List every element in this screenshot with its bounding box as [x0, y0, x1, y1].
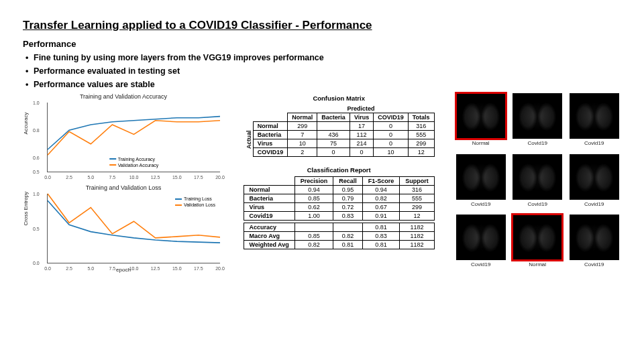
x-tick: 15.0 [172, 266, 182, 271]
legend-label: Validation Loss [184, 202, 215, 208]
chart-title: Training and Validation Accuracy [23, 93, 224, 100]
xray-image [570, 215, 619, 260]
xray-thumbnail: Covid19 [567, 93, 621, 149]
content-row: Training and Validation Accuracy Accurac… [23, 93, 621, 273]
xray-caption: Normal [529, 261, 546, 267]
xray-caption: Covid19 [528, 140, 547, 146]
x-tick: 5.0 [87, 266, 94, 271]
legend-row: Training Loss [175, 196, 215, 202]
legend-label: Training Accuracy [118, 156, 155, 162]
y-tick: 1.0 [33, 192, 40, 196]
x-tick: 7.5 [109, 175, 116, 180]
bullet-item: •Performance values are stable [25, 80, 621, 89]
xray-thumbnail: Covid19 [453, 215, 508, 271]
xray-thumbnail: Normal [453, 93, 508, 149]
x-tick: 7.5 [109, 266, 116, 271]
legend-label: Training Loss [184, 196, 212, 202]
xray-caption: Covid19 [528, 201, 547, 207]
classification-report-title: Classification Report [307, 166, 371, 174]
x-tick: 15.0 [172, 175, 182, 180]
xray-image [513, 215, 562, 260]
slide-title: Transfer Learning applied to a COVID19 C… [23, 19, 621, 32]
bullet-item: •Fine tuning by using more layers from t… [25, 53, 621, 62]
xray-caption: Covid19 [471, 201, 490, 207]
y-tick: 0.0 [33, 261, 40, 265]
section-subtitle: Performance [23, 39, 621, 49]
bullet-text: Performance evaluated in testing set [34, 66, 180, 76]
xray-image [456, 215, 506, 260]
x-tick: 0.0 [44, 266, 51, 271]
plot-area: Training AccuracyValidation Accuracy 0.5… [47, 103, 220, 172]
xray-image [513, 154, 562, 200]
x-tick: 12.5 [151, 266, 160, 271]
chart-title: Training and Validation Loss [23, 184, 224, 191]
xray-thumbnail: Covid19 [567, 154, 621, 210]
confusion-matrix-table: PredictedNormalBacteriaVirusCOVID19Total… [244, 105, 435, 157]
x-tick: 12.5 [151, 175, 160, 180]
xray-caption: Covid19 [584, 261, 604, 267]
tables-column: Confusion Matrix PredictedNormalBacteria… [229, 93, 448, 273]
xray-thumbnail: Normal [511, 215, 565, 271]
bullet-text: Performance values are stable [34, 80, 155, 89]
chart-legend: Training LossValidation Loss [173, 195, 217, 208]
slide: Transfer Learning applied to a COVID19 C… [0, 0, 644, 280]
y-tick: 0.5 [33, 226, 40, 231]
bullet-item: •Performance evaluated in testing set [25, 66, 621, 76]
loss-chart: Training and Validation Loss Cross Entro… [23, 184, 224, 273]
xray-caption: Covid19 [584, 201, 604, 207]
xray-caption: Normal [472, 140, 490, 146]
x-tick: 2.5 [66, 266, 72, 271]
legend-row: Training Accuracy [109, 156, 159, 162]
legend-row: Validation Accuracy [109, 162, 159, 168]
chart-legend: Training AccuracyValidation Accuracy [107, 156, 161, 169]
y-axis-label: Accuracy [23, 113, 29, 135]
xray-image [570, 93, 619, 139]
xray-image [513, 93, 562, 139]
confusion-matrix-title: Confusion Matrix [313, 95, 365, 102]
xray-image-grid: NormalCovid19Covid19Covid19Covid19Covid1… [453, 93, 621, 273]
y-tick: 0.8 [33, 128, 40, 133]
xray-image [570, 154, 619, 200]
x-tick: 20.0 [215, 175, 225, 180]
bullet-list: •Fine tuning by using more layers from t… [23, 53, 621, 89]
bullet-text: Fine tuning by using more layers from th… [34, 53, 324, 62]
xray-caption: Covid19 [584, 140, 604, 146]
xray-thumbnail: Covid19 [511, 93, 565, 149]
classification-report-table: PrecisionRecallF1-ScoreSupportNormal0.94… [244, 176, 435, 249]
y-tick: 0.6 [33, 156, 40, 160]
xray-image [456, 154, 506, 200]
y-tick: 0.5 [33, 170, 40, 174]
xray-thumbnail: Covid19 [453, 154, 508, 210]
legend-label: Validation Accuracy [118, 162, 159, 168]
plot-area: Training LossValidation Loss 0.00.51.00.… [47, 194, 220, 263]
x-tick: 2.5 [66, 175, 72, 180]
charts-column: Training and Validation Accuracy Accurac… [23, 93, 224, 273]
x-tick: 17.5 [194, 266, 203, 271]
x-tick: 20.0 [215, 266, 225, 271]
y-tick: 1.0 [33, 101, 40, 105]
accuracy-chart: Training and Validation Accuracy Accurac… [23, 93, 224, 182]
xray-caption: Covid19 [471, 261, 490, 267]
x-tick: 0.0 [44, 175, 51, 180]
xray-thumbnail: Covid19 [567, 215, 621, 271]
x-tick: 10.0 [129, 266, 139, 271]
y-axis-label: Cross Entropy [23, 192, 29, 226]
xray-thumbnail: Covid19 [511, 154, 565, 210]
x-tick: 10.0 [129, 175, 139, 180]
legend-row: Validation Loss [175, 202, 215, 208]
x-tick: 5.0 [87, 175, 94, 180]
xray-image [456, 93, 506, 139]
x-tick: 17.5 [194, 175, 203, 180]
